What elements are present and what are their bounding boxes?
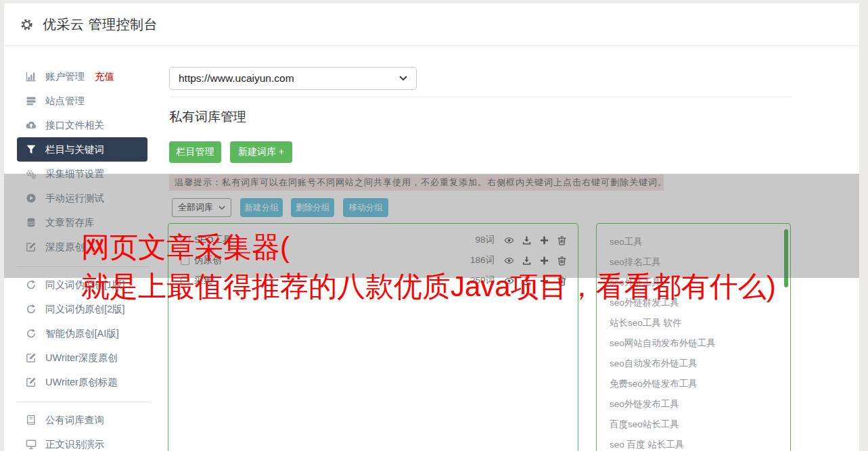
app-window: 优采云 管理控制台 账户管理充值站点管理接口文件相关栏目与关键词采集细节设置手动… <box>0 0 868 451</box>
bar-chart-icon <box>25 71 37 82</box>
keyword-item[interactable]: 百度seo站长工具 <box>610 414 790 435</box>
sidebar-item[interactable]: 智能伪原创[AI版] <box>17 321 147 346</box>
recharge-badge[interactable]: 充值 <box>95 70 114 83</box>
gear-icon <box>20 18 34 32</box>
sidebar-item-label: 公有词库查询 <box>45 414 104 427</box>
column-manage-button[interactable]: 栏目管理 <box>169 141 221 163</box>
sidebar-item-label: 同义词伪原创[1版] <box>45 279 125 291</box>
monitor-icon <box>25 439 37 450</box>
sidebar-item-label: 同义词伪原创[2版] <box>45 303 125 316</box>
edit-icon <box>25 352 37 363</box>
sidebar-item-label: 正文识别演示 <box>45 438 104 451</box>
keyword-item[interactable]: 免费seo外链发布工具 <box>610 374 790 394</box>
keyword-item[interactable]: seo 百度 站长工具 <box>610 435 790 451</box>
server-icon <box>25 95 37 106</box>
keyword-item[interactable]: seo外链群发工具 <box>610 293 790 313</box>
sidebar-item-label: 接口文件相关 <box>45 119 104 132</box>
page-title: 私有词库管理 <box>169 108 246 126</box>
app-title: 优采云 管理控制台 <box>43 16 158 34</box>
refresh-icon <box>25 328 37 339</box>
sidebar-item[interactable]: 公有词库查询 <box>17 408 147 432</box>
sidebar-item[interactable]: 站点管理 <box>17 89 147 113</box>
sidebar-item-label: UWriter原创标题 <box>45 376 118 389</box>
divider <box>169 97 792 97</box>
chevron-down-icon <box>399 76 407 81</box>
site-selector-value: https://www.ucaiyun.com <box>179 72 294 85</box>
sidebar-item[interactable]: UWriter原创标题 <box>17 370 147 394</box>
sidebar-item-label: 智能伪原创[AI版] <box>45 327 119 340</box>
keyword-item[interactable]: 站长seo工具 软件 <box>610 313 790 333</box>
filter-icon <box>25 144 37 155</box>
keyword-item[interactable]: seo网站自动发布外链工具 <box>610 333 790 354</box>
topbar: 优采云 管理控制台 <box>4 3 859 46</box>
site-selector[interactable]: https://www.ucaiyun.com <box>169 67 417 90</box>
sidebar-item[interactable]: 账户管理充值 <box>17 64 147 89</box>
sidebar-item-label: 站点管理 <box>45 95 85 108</box>
new-thesaurus-button[interactable]: 新建词库 + <box>230 141 292 163</box>
disabled-overlay <box>4 174 859 278</box>
sidebar-item[interactable]: 同义词伪原创[2版] <box>17 297 147 321</box>
sidebar-item[interactable]: 栏目与关键词 <box>17 137 147 162</box>
sidebar-item-label: 栏目与关键词 <box>45 143 104 156</box>
sidebar-item-label: 账户管理 <box>45 70 85 83</box>
sidebar-divider <box>17 402 150 402</box>
refresh-icon <box>25 304 37 314</box>
edit-icon <box>25 377 37 387</box>
cloud-upload-icon <box>25 120 37 130</box>
refresh-icon <box>25 279 37 290</box>
sidebar-item[interactable]: UWriter深度原创 <box>17 346 147 370</box>
keyword-item[interactable]: seo外链发布工具 <box>610 394 790 414</box>
sidebar-item-label: UWriter深度原创 <box>45 352 118 364</box>
sidebar-item[interactable]: 接口文件相关 <box>17 113 147 137</box>
keyword-item[interactable]: seo自动发布外链工具 <box>610 354 790 374</box>
book-icon <box>25 414 37 425</box>
sidebar-item[interactable]: 正文识别演示 <box>17 432 147 451</box>
